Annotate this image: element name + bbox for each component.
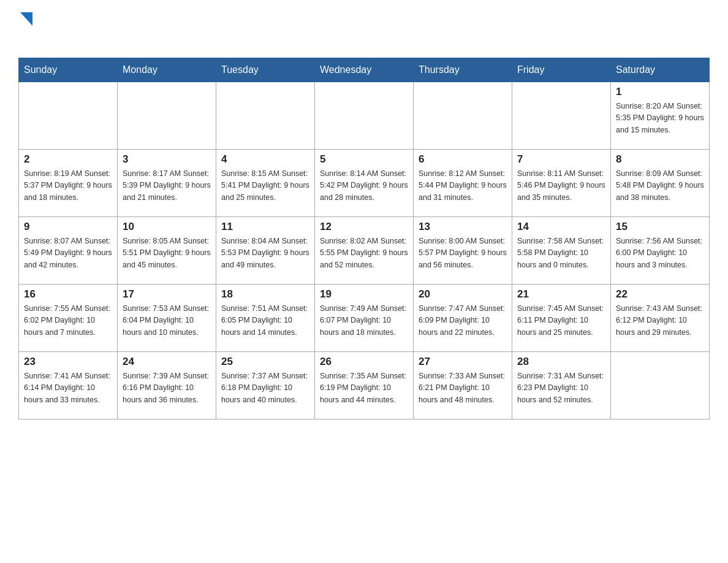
calendar-cell <box>611 352 710 419</box>
day-info: Sunrise: 8:07 AM Sunset: 5:49 PM Dayligh… <box>24 236 112 271</box>
calendar-cell: 19Sunrise: 7:49 AM Sunset: 6:07 PM Dayli… <box>315 285 414 352</box>
day-info: Sunrise: 7:53 AM Sunset: 6:04 PM Dayligh… <box>123 303 211 339</box>
day-number: 19 <box>320 288 408 301</box>
day-info: Sunrise: 8:05 AM Sunset: 5:51 PM Dayligh… <box>123 236 211 271</box>
day-info: Sunrise: 8:09 AM Sunset: 5:48 PM Dayligh… <box>616 168 704 204</box>
calendar-table: Sunday Monday Tuesday Wednesday Thursday… <box>18 58 710 419</box>
day-number: 23 <box>24 356 112 368</box>
header-tuesday: Tuesday <box>216 58 315 82</box>
day-info: Sunrise: 7:51 AM Sunset: 6:05 PM Dayligh… <box>221 303 309 339</box>
calendar-cell: 22Sunrise: 7:43 AM Sunset: 6:12 PM Dayli… <box>611 285 710 352</box>
day-number: 25 <box>221 356 309 368</box>
calendar-cell: 18Sunrise: 7:51 AM Sunset: 6:05 PM Dayli… <box>216 285 315 352</box>
calendar-cell: 24Sunrise: 7:39 AM Sunset: 6:16 PM Dayli… <box>118 352 216 419</box>
page-header <box>18 12 710 48</box>
day-info: Sunrise: 7:43 AM Sunset: 6:12 PM Dayligh… <box>616 303 704 339</box>
day-number: 21 <box>517 288 605 301</box>
calendar-cell: 25Sunrise: 7:37 AM Sunset: 6:18 PM Dayli… <box>216 352 315 419</box>
calendar-cell: 8Sunrise: 8:09 AM Sunset: 5:48 PM Daylig… <box>611 150 710 217</box>
day-number: 22 <box>616 288 704 301</box>
calendar-cell <box>19 82 118 150</box>
day-info: Sunrise: 8:02 AM Sunset: 5:55 PM Dayligh… <box>320 236 408 271</box>
calendar-cell <box>216 82 315 150</box>
header-friday: Friday <box>512 58 611 82</box>
day-number: 6 <box>419 153 507 166</box>
calendar-cell: 20Sunrise: 7:47 AM Sunset: 6:09 PM Dayli… <box>414 285 512 352</box>
day-number: 7 <box>517 153 605 166</box>
header-monday: Monday <box>118 58 216 82</box>
day-info: Sunrise: 7:35 AM Sunset: 6:19 PM Dayligh… <box>320 370 408 406</box>
day-info: Sunrise: 7:55 AM Sunset: 6:02 PM Dayligh… <box>24 303 112 339</box>
day-info: Sunrise: 8:14 AM Sunset: 5:42 PM Dayligh… <box>320 168 408 204</box>
logo <box>18 12 32 48</box>
day-info: Sunrise: 7:49 AM Sunset: 6:07 PM Dayligh… <box>320 303 408 339</box>
day-info: Sunrise: 8:15 AM Sunset: 5:41 PM Dayligh… <box>221 168 309 204</box>
calendar-cell: 12Sunrise: 8:02 AM Sunset: 5:55 PM Dayli… <box>315 217 414 285</box>
day-number: 9 <box>24 221 112 233</box>
day-number: 5 <box>320 153 408 166</box>
day-number: 18 <box>221 288 309 301</box>
calendar-cell: 14Sunrise: 7:58 AM Sunset: 5:58 PM Dayli… <box>512 217 611 285</box>
calendar-cell: 23Sunrise: 7:41 AM Sunset: 6:14 PM Dayli… <box>19 352 118 419</box>
day-info: Sunrise: 8:19 AM Sunset: 5:37 PM Dayligh… <box>24 168 112 204</box>
day-info: Sunrise: 7:56 AM Sunset: 6:00 PM Dayligh… <box>616 236 704 271</box>
day-number: 4 <box>221 153 309 166</box>
calendar-cell: 4Sunrise: 8:15 AM Sunset: 5:41 PM Daylig… <box>216 150 315 217</box>
day-number: 14 <box>517 221 605 233</box>
day-info: Sunrise: 7:58 AM Sunset: 5:58 PM Dayligh… <box>517 236 605 271</box>
day-info: Sunrise: 7:45 AM Sunset: 6:11 PM Dayligh… <box>517 303 605 339</box>
calendar-header: Sunday Monday Tuesday Wednesday Thursday… <box>19 58 710 82</box>
calendar-cell <box>512 82 611 150</box>
calendar-cell: 28Sunrise: 7:31 AM Sunset: 6:23 PM Dayli… <box>512 352 611 419</box>
calendar-cell: 6Sunrise: 8:12 AM Sunset: 5:44 PM Daylig… <box>414 150 512 217</box>
day-info: Sunrise: 8:00 AM Sunset: 5:57 PM Dayligh… <box>419 236 507 271</box>
day-number: 3 <box>123 153 211 166</box>
calendar-cell: 11Sunrise: 8:04 AM Sunset: 5:53 PM Dayli… <box>216 217 315 285</box>
day-info: Sunrise: 8:11 AM Sunset: 5:46 PM Dayligh… <box>517 168 605 204</box>
calendar-cell: 7Sunrise: 8:11 AM Sunset: 5:46 PM Daylig… <box>512 150 611 217</box>
header-thursday: Thursday <box>414 58 512 82</box>
calendar-cell: 17Sunrise: 7:53 AM Sunset: 6:04 PM Dayli… <box>118 285 216 352</box>
day-number: 16 <box>24 288 112 301</box>
header-sunday: Sunday <box>19 58 118 82</box>
calendar-cell: 27Sunrise: 7:33 AM Sunset: 6:21 PM Dayli… <box>414 352 512 419</box>
day-number: 8 <box>616 153 704 166</box>
calendar-cell: 1Sunrise: 8:20 AM Sunset: 5:35 PM Daylig… <box>611 82 710 150</box>
calendar-cell: 2Sunrise: 8:19 AM Sunset: 5:37 PM Daylig… <box>19 150 118 217</box>
day-number: 11 <box>221 221 309 233</box>
calendar-cell: 9Sunrise: 8:07 AM Sunset: 5:49 PM Daylig… <box>19 217 118 285</box>
calendar-cell: 16Sunrise: 7:55 AM Sunset: 6:02 PM Dayli… <box>19 285 118 352</box>
day-number: 28 <box>517 356 605 368</box>
day-info: Sunrise: 8:17 AM Sunset: 5:39 PM Dayligh… <box>123 168 211 204</box>
day-number: 27 <box>419 356 507 368</box>
calendar-cell: 10Sunrise: 8:05 AM Sunset: 5:51 PM Dayli… <box>118 217 216 285</box>
calendar-cell: 26Sunrise: 7:35 AM Sunset: 6:19 PM Dayli… <box>315 352 414 419</box>
calendar-cell: 3Sunrise: 8:17 AM Sunset: 5:39 PM Daylig… <box>118 150 216 217</box>
header-wednesday: Wednesday <box>315 58 414 82</box>
day-number: 20 <box>419 288 507 301</box>
day-number: 1 <box>616 86 704 98</box>
calendar-cell: 15Sunrise: 7:56 AM Sunset: 6:00 PM Dayli… <box>611 217 710 285</box>
day-number: 17 <box>123 288 211 301</box>
day-info: Sunrise: 8:12 AM Sunset: 5:44 PM Dayligh… <box>419 168 507 204</box>
header-saturday: Saturday <box>611 58 710 82</box>
day-number: 12 <box>320 221 408 233</box>
day-info: Sunrise: 7:47 AM Sunset: 6:09 PM Dayligh… <box>419 303 507 339</box>
calendar-cell <box>118 82 216 150</box>
day-number: 24 <box>123 356 211 368</box>
svg-marker-0 <box>20 12 32 26</box>
day-info: Sunrise: 7:33 AM Sunset: 6:21 PM Dayligh… <box>419 370 507 406</box>
day-number: 10 <box>123 221 211 233</box>
logo-triangle-icon <box>20 12 32 26</box>
day-info: Sunrise: 8:20 AM Sunset: 5:35 PM Dayligh… <box>616 101 704 136</box>
calendar-cell <box>414 82 512 150</box>
calendar-cell: 5Sunrise: 8:14 AM Sunset: 5:42 PM Daylig… <box>315 150 414 217</box>
calendar-body: 1Sunrise: 8:20 AM Sunset: 5:35 PM Daylig… <box>19 82 710 419</box>
day-number: 15 <box>616 221 704 233</box>
calendar-cell: 21Sunrise: 7:45 AM Sunset: 6:11 PM Dayli… <box>512 285 611 352</box>
calendar-cell: 13Sunrise: 8:00 AM Sunset: 5:57 PM Dayli… <box>414 217 512 285</box>
day-number: 13 <box>419 221 507 233</box>
day-info: Sunrise: 7:31 AM Sunset: 6:23 PM Dayligh… <box>517 370 605 406</box>
day-info: Sunrise: 7:41 AM Sunset: 6:14 PM Dayligh… <box>24 370 112 406</box>
day-number: 2 <box>24 153 112 166</box>
